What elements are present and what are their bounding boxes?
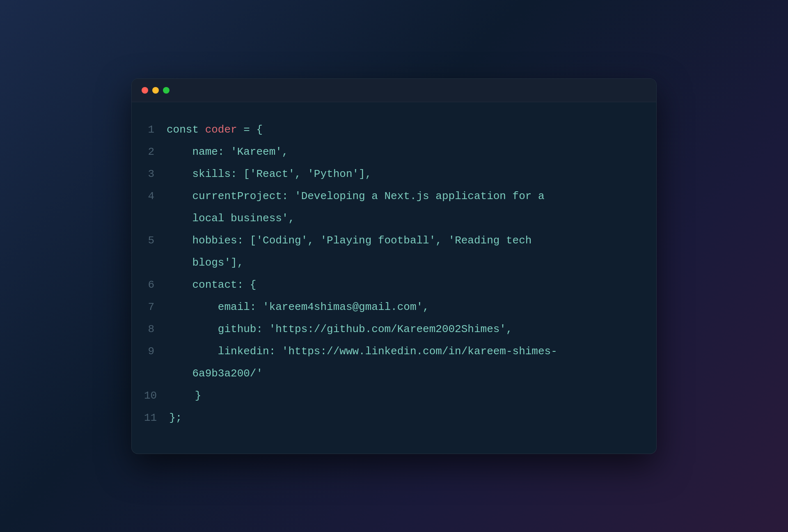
code-line-8: 8 github: 'https://github.com/Kareem2002…	[144, 318, 636, 340]
line-content-8: github: 'https://github.com/Kareem2002Sh…	[167, 318, 636, 340]
code-line-4: 4 currentProject: 'Developing a Next.js …	[144, 185, 636, 229]
line-number-6: 6	[144, 274, 167, 296]
line-content-6: contact: {	[167, 274, 636, 296]
line-content-2: name: 'Kareem',	[167, 141, 636, 163]
line-content-4: currentProject: 'Developing a Next.js ap…	[167, 185, 636, 229]
code-line-9: 9 linkedin: 'https://www.linkedin.com/in…	[144, 340, 636, 385]
code-line-5: 5 hobbies: ['Coding', 'Playing football'…	[144, 229, 636, 274]
code-line-10: 10 }	[144, 385, 636, 407]
dot-yellow[interactable]	[152, 87, 159, 94]
line-number-4: 4	[144, 185, 167, 207]
line-number-10: 10	[144, 385, 169, 407]
line-number-5: 5	[144, 229, 167, 252]
editor-window: 1 const coder = { 2 name: 'Kareem', 3 sk…	[131, 78, 657, 454]
code-line-7: 7 email: 'kareem4shimas@gmail.com',	[144, 296, 636, 318]
line-content-5: hobbies: ['Coding', 'Playing football', …	[167, 229, 636, 274]
line-number-2: 2	[144, 141, 167, 163]
line-number-3: 3	[144, 163, 167, 185]
line-number-7: 7	[144, 296, 167, 318]
line-number-1: 1	[144, 119, 167, 141]
line-content-11: };	[169, 407, 636, 429]
line-content-7: email: 'kareem4shimas@gmail.com',	[167, 296, 636, 318]
line-number-9: 9	[144, 340, 167, 362]
line-content-1: const coder = {	[167, 119, 636, 141]
line-number-8: 8	[144, 318, 167, 340]
line-number-11: 11	[144, 407, 169, 429]
line-content-10: }	[169, 385, 636, 407]
title-bar	[132, 79, 656, 102]
code-line-1: 1 const coder = {	[144, 119, 636, 141]
line-content-3: skills: ['React', 'Python'],	[167, 163, 636, 185]
code-line-6: 6 contact: {	[144, 274, 636, 296]
code-line-2: 2 name: 'Kareem',	[144, 141, 636, 163]
line-content-9: linkedin: 'https://www.linkedin.com/in/k…	[167, 340, 636, 385]
code-area: 1 const coder = { 2 name: 'Kareem', 3 sk…	[132, 102, 656, 454]
code-line-3: 3 skills: ['React', 'Python'],	[144, 163, 636, 185]
dot-red[interactable]	[142, 87, 148, 94]
code-line-11: 11 };	[144, 407, 636, 429]
dot-green[interactable]	[163, 87, 170, 94]
